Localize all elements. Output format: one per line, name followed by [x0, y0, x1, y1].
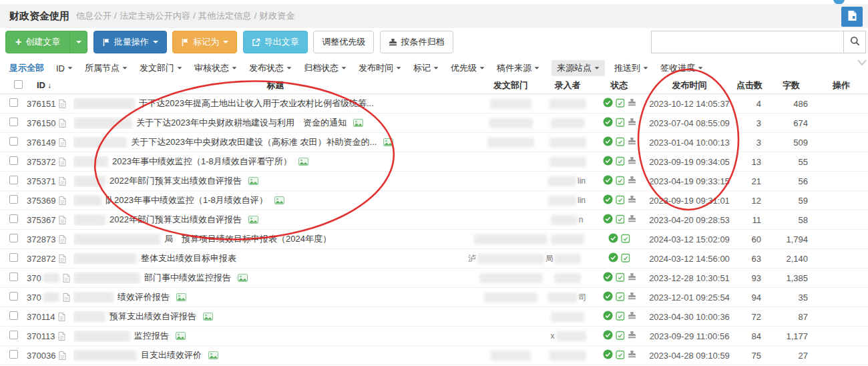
document-panel-button[interactable] — [841, 7, 863, 27]
article-title-cell: 整体支出绩效目标申报表 — [73, 252, 477, 264]
published-check-icon — [603, 117, 613, 129]
row-checkbox[interactable] — [9, 214, 18, 223]
row-checkbox[interactable] — [9, 234, 18, 242]
redaction-blur — [73, 331, 130, 342]
article-title-link[interactable]: 局 预算项目绩效目标申报表（2024年度） — [164, 233, 331, 245]
article-title-link[interactable]: 2022年部门预算支出绩效自评报告 — [110, 214, 242, 226]
signed-stamp-icon — [628, 137, 636, 148]
search-input[interactable] — [651, 31, 843, 53]
create-article-dropdown[interactable] — [69, 31, 87, 53]
archive-by-condition-label: 按条件归档 — [401, 36, 445, 48]
chevron-down-icon — [397, 67, 401, 69]
filter-来源站点[interactable]: 来源站点 — [552, 60, 605, 76]
table-row: 375372 2023年事中绩效监控（1-8月绩效自评看守所） — [0, 152, 868, 172]
row-checkbox[interactable] — [9, 98, 18, 107]
row-checkbox[interactable] — [9, 118, 18, 126]
author-cell — [544, 118, 591, 128]
toolbar: 创建文章 批量操作 标记为 导出文章 调整优先级 按条件归档 — [0, 28, 868, 59]
column-header-id[interactable]: ID — [27, 80, 73, 90]
article-title-cell: 局 预算项目绩效目标申报表（2024年度） — [73, 233, 477, 245]
article-title-cell: 监控报告 — [73, 330, 477, 342]
published-check-icon — [603, 291, 613, 303]
adjust-priority-button[interactable]: 调整优先级 — [313, 31, 374, 53]
row-checkbox[interactable] — [9, 350, 18, 359]
row-checkbox[interactable] — [9, 311, 18, 320]
audited-doc-icon — [616, 195, 625, 206]
article-title-link[interactable]: 监控报告 — [134, 330, 169, 342]
redaction-blur — [551, 312, 584, 322]
published-check-icon — [603, 98, 613, 110]
article-title-link[interactable]: 2022年部门预算支出绩效自评报告 — [110, 175, 242, 187]
redaction-blur — [551, 118, 584, 128]
article-doc-icon — [58, 313, 65, 321]
row-checkbox[interactable] — [9, 137, 18, 146]
filter-ID[interactable]: ID — [56, 63, 73, 73]
dept-cell — [477, 138, 544, 148]
word-count: 674 — [768, 118, 815, 128]
row-checkbox[interactable] — [9, 195, 18, 204]
select-all-checkbox[interactable] — [14, 80, 23, 89]
filter-审核状态[interactable]: 审核状态 — [194, 62, 237, 74]
article-title-link[interactable]: 目支出绩效评价 — [141, 349, 202, 361]
article-title-link[interactable]: 于下达2023年提高土地出让收入用于农业农村比例省级统筹... — [139, 98, 374, 110]
article-title-link[interactable]: 关于下达2023年中央财政耕地建设与利用 资金的通知 — [136, 117, 347, 129]
publish-time: 2023-09-19 09:31:01 — [648, 196, 731, 206]
batch-actions-button[interactable]: 批量操作 — [93, 31, 167, 53]
article-title-link[interactable]: 2023年事中绩效监控（1-8月绩效自评看守所） — [112, 156, 292, 168]
row-checkbox[interactable] — [9, 156, 18, 165]
create-article-label: 创建文章 — [25, 36, 60, 48]
mark-as-label: 标记为 — [193, 36, 219, 48]
article-title-cell: 2023年事中绩效监控（1-8月绩效自评看守所） — [73, 156, 477, 168]
search-button[interactable] — [843, 31, 866, 53]
article-title-link[interactable]: 绩效评价报告 — [118, 291, 170, 303]
word-count: 2,140 — [768, 254, 815, 264]
article-title-link[interactable]: 部门事中绩效监控报告 — [144, 272, 231, 284]
signed-stamp-icon — [628, 98, 636, 109]
has-image-icon — [238, 274, 248, 282]
mark-as-button[interactable]: 标记为 — [172, 31, 237, 53]
filter-show-all[interactable]: 显示全部 — [9, 62, 44, 74]
author-cell: lin — [544, 176, 591, 186]
row-checkbox[interactable] — [9, 176, 18, 184]
table-row: 370113 监控报告 x — [0, 327, 868, 346]
article-title-link[interactable]: 预算支出绩效自评报告 — [110, 311, 196, 323]
archive-by-condition-button[interactable]: 按条件归档 — [380, 31, 453, 53]
filter-发布时间[interactable]: 发布时间 — [359, 62, 401, 74]
article-doc-icon — [59, 119, 66, 128]
collapse-chevron-icon[interactable] — [856, 57, 868, 69]
column-header-clicks: 点击数 — [731, 79, 768, 92]
chevron-down-icon — [644, 67, 648, 69]
redaction-blur — [554, 254, 581, 264]
signed-stamp-icon — [628, 156, 636, 167]
audited-doc-icon — [621, 253, 630, 264]
redaction-blur — [551, 234, 584, 244]
article-title-cell: 预算支出绩效自评报告 — [73, 311, 477, 323]
filter-稿件来源[interactable]: 稿件来源 — [497, 62, 539, 74]
export-articles-button[interactable]: 导出文章 — [243, 31, 308, 53]
filter-所属节点[interactable]: 所属节点 — [85, 62, 128, 74]
filter-推送到[interactable]: 推送到 — [614, 62, 648, 74]
article-doc-icon — [59, 138, 66, 147]
audited-doc-icon — [616, 214, 625, 226]
filter-签收进度[interactable]: 签收进度 — [660, 62, 703, 74]
redaction-blur — [550, 351, 586, 361]
row-checkbox[interactable] — [9, 253, 18, 262]
article-title-link[interactable]: 队2023年事中绩效监控（1-8月绩效自评） — [105, 194, 268, 206]
redaction-blur — [550, 157, 586, 167]
filter-归档状态[interactable]: 归档状态 — [304, 62, 347, 74]
click-count: 4 — [731, 99, 768, 109]
create-article-button[interactable]: 创建文章 — [5, 31, 87, 53]
article-id: 375372 — [27, 157, 73, 167]
table-row: 375367 2022年部门预算支出绩效自评报告 — [0, 210, 868, 230]
filter-发布状态[interactable]: 发布状态 — [249, 62, 292, 74]
filter-标记[interactable]: 标记 — [413, 62, 439, 74]
row-checkbox[interactable] — [9, 292, 18, 301]
author-cell: n — [544, 215, 591, 225]
dept-cell: 泸 局 — [477, 253, 544, 264]
row-checkbox[interactable] — [9, 272, 18, 281]
filter-优先级[interactable]: 优先级 — [451, 62, 485, 74]
article-title-link[interactable]: 关于下达2023年中央财政农田建设（高标准 农田）补助资金的... — [131, 136, 377, 148]
article-title-link[interactable]: 整体支出绩效目标申报表 — [141, 252, 236, 264]
row-checkbox[interactable] — [9, 331, 18, 339]
filter-发文部门[interactable]: 发文部门 — [140, 62, 182, 74]
